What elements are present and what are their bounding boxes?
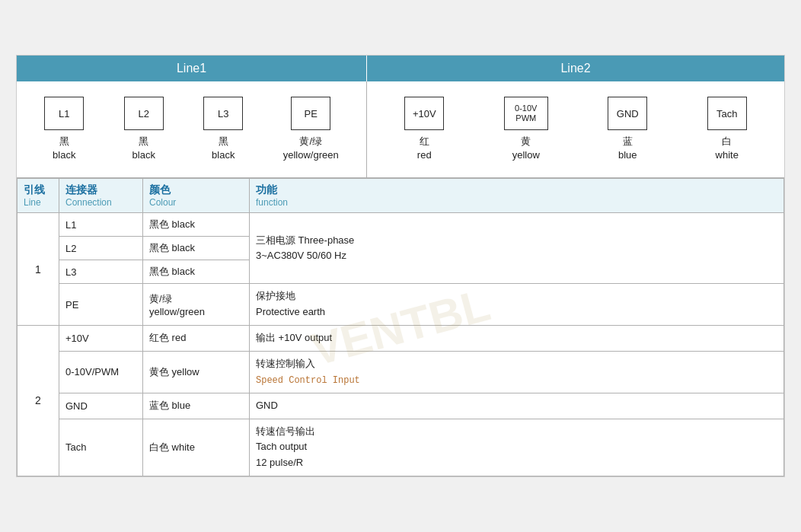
connector-diagram-row: L1 黑black L2 黑black L3 黑black PE 黄/绿yell…	[17, 81, 784, 178]
connector-box-tach: Tach	[707, 97, 747, 130]
header-row: Line1 Line2	[17, 56, 784, 81]
connector-label-PE: 黄/绿yellow/green	[283, 135, 339, 162]
connector-label-tach: 白white	[716, 135, 739, 162]
colour-L3: 黑色 black	[143, 260, 250, 284]
connector-line2-area: +10V 红red 0-10VPWM 黄yellow GND 蓝blue Tac…	[367, 81, 784, 177]
col-header-line-en: Line	[24, 197, 53, 208]
colour-tach: 白色 white	[143, 419, 250, 476]
function-pwm: 转速控制输入 Speed Control Input	[250, 351, 784, 393]
connector-item-gnd: GND 蓝blue	[608, 97, 647, 162]
connector-box-10v: +10V	[404, 97, 444, 130]
colour-pwm: 黄色 yellow	[143, 351, 250, 393]
connector-item-pwm: 0-10VPWM 黄yellow	[504, 97, 548, 162]
header-line2: Line2	[367, 56, 784, 81]
connector-label-gnd: 蓝blue	[618, 135, 637, 162]
connection-tach: Tach	[59, 419, 143, 476]
colour-gnd: 蓝色 blue	[143, 393, 250, 419]
connector-item-L3: L3 黑black	[203, 97, 243, 162]
connector-label-pwm: 黄yellow	[512, 135, 540, 162]
connection-10v: +10V	[59, 326, 143, 352]
connector-item-10v: +10V 红red	[404, 97, 444, 162]
data-table: 引线 Line 连接器 Connection 颜色 Colour 功能 func…	[17, 178, 784, 476]
connector-box-PE: PE	[291, 97, 330, 130]
line1-title: Line1	[177, 62, 206, 75]
connector-label-L1: 黑black	[53, 135, 75, 162]
connection-L1: L1	[59, 213, 143, 237]
col-header-connection-zh: 连接器	[65, 183, 136, 197]
connection-gnd-2: GND	[59, 393, 143, 419]
table-row-2-tach: Tach 白色 white 转速信号输出 Tach output 12 puls…	[18, 419, 784, 476]
function-line1: 三相电源 Three-phase3~AC380V 50/60 Hz	[250, 213, 784, 284]
connection-PE: PE	[59, 284, 143, 326]
connection-L3: L3	[59, 260, 143, 284]
line-number-1: 1	[18, 213, 59, 326]
connector-item-L1: L1 黑black	[44, 97, 84, 162]
table-header-row: 引线 Line 连接器 Connection 颜色 Colour 功能 func…	[18, 179, 784, 213]
col-header-function-en: function	[256, 197, 777, 208]
table-row-1-PE: PE 黄/绿yellow/green 保护接地Protective earth	[18, 284, 784, 326]
function-gnd: GND	[250, 393, 784, 419]
connector-item-L2: L2 黑black	[124, 97, 164, 162]
table-row-2-10v: 2 +10V 红色 red 输出 +10V output	[18, 326, 784, 352]
col-header-connection-en: Connection	[65, 197, 136, 208]
connection-pwm: 0-10V/PWM	[59, 351, 143, 393]
connector-box-pwm: 0-10VPWM	[504, 97, 548, 130]
connector-box-L1: L1	[44, 97, 84, 130]
function-PE: 保护接地Protective earth	[250, 284, 784, 326]
table-row-2-gnd: GND 蓝色 blue GND	[18, 393, 784, 419]
connector-label-L2: 黑black	[132, 135, 155, 162]
col-header-line: 引线 Line	[18, 179, 59, 213]
col-header-function-zh: 功能	[256, 183, 777, 197]
connector-item-PE: PE 黄/绿yellow/green	[283, 97, 339, 162]
connector-box-L2: L2	[124, 97, 164, 130]
main-container: Line1 Line2 L1 黑black L2 黑black L3 黑blac…	[16, 55, 785, 477]
line-number-2: 2	[18, 326, 59, 476]
speed-control-monospace: Speed Control Input	[256, 375, 360, 386]
col-header-colour: 颜色 Colour	[143, 179, 250, 213]
connector-item-tach: Tach 白white	[707, 97, 747, 162]
connector-box-gnd: GND	[608, 97, 647, 130]
function-tach: 转速信号输出 Tach output 12 pulse/R	[250, 419, 784, 476]
connector-label-L3: 黑black	[212, 135, 235, 162]
col-header-colour-zh: 颜色	[149, 183, 243, 197]
function-10v: 输出 +10V output	[250, 326, 784, 352]
connector-line1-area: L1 黑black L2 黑black L3 黑black PE 黄/绿yell…	[17, 81, 367, 177]
header-line1: Line1	[17, 56, 367, 81]
colour-PE: 黄/绿yellow/green	[143, 284, 250, 326]
line2-title: Line2	[560, 62, 590, 75]
col-header-function: 功能 function	[250, 179, 784, 213]
col-header-colour-en: Colour	[149, 197, 243, 208]
table-row-1-L1: 1 L1 黑色 black 三相电源 Three-phase3~AC380V 5…	[18, 213, 784, 237]
connector-box-L3: L3	[203, 97, 243, 130]
colour-L1: 黑色 black	[143, 213, 250, 237]
table-row-2-pwm: 0-10V/PWM 黄色 yellow 转速控制输入 Speed Control…	[18, 351, 784, 393]
table-wrapper: VENTBL 引线 Line 连接器 Connection 颜色 Colour …	[17, 178, 784, 476]
connection-L2: L2	[59, 237, 143, 260]
col-header-line-zh: 引线	[24, 183, 53, 197]
colour-L2: 黑色 black	[143, 237, 250, 260]
colour-10v: 红色 red	[143, 326, 250, 352]
connector-label-10v: 红red	[417, 135, 432, 162]
col-header-connection: 连接器 Connection	[59, 179, 143, 213]
